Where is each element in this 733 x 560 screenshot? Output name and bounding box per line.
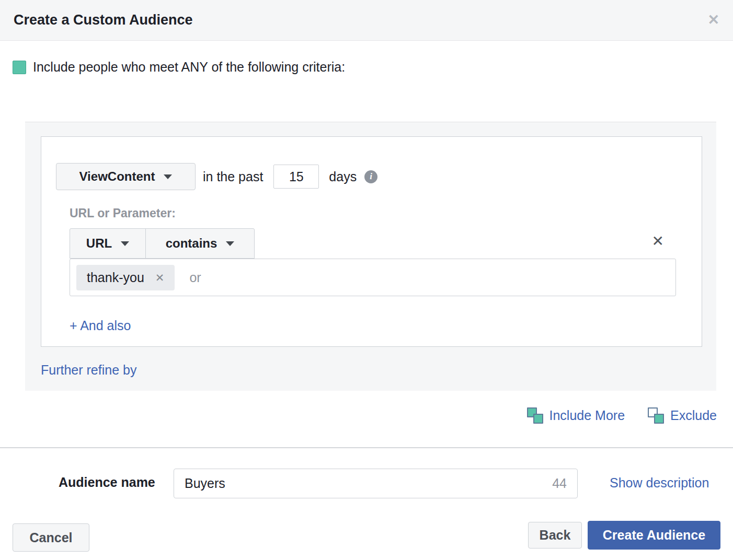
url-value-input[interactable] (189, 270, 669, 285)
footer-divider (0, 447, 733, 448)
character-count: 44 (552, 476, 567, 491)
exclude-icon (648, 407, 664, 424)
url-field-dropdown[interactable]: URL (70, 228, 146, 259)
in-the-past-label: in the past (203, 169, 263, 184)
include-criteria-label: Include people who meet ANY of the follo… (33, 60, 345, 75)
operator-dropdown[interactable]: contains (145, 228, 255, 259)
event-dropdown[interactable]: ViewContent (56, 163, 196, 190)
include-criteria-row: Include people who meet ANY of the follo… (13, 60, 345, 75)
event-dropdown-label: ViewContent (79, 169, 155, 184)
days-input[interactable] (273, 165, 319, 189)
url-field-dropdown-label: URL (86, 236, 112, 251)
close-icon[interactable]: ✕ (707, 13, 719, 27)
rule-card: ViewContent in the past days i URL or Pa… (41, 136, 702, 347)
include-more-button[interactable]: Include More (527, 407, 625, 424)
url-value-tag: thank-you ✕ (76, 265, 175, 290)
exclude-button[interactable]: Exclude (648, 407, 717, 424)
modal-header: Create a Custom Audience ✕ (0, 0, 733, 41)
url-rule-dropdowns: URL contains (70, 228, 255, 259)
show-description-link[interactable]: Show description (610, 475, 709, 491)
chevron-down-icon (121, 241, 129, 246)
days-label: days (329, 169, 357, 184)
audience-name-label: Audience name (59, 475, 155, 490)
and-also-link[interactable]: + And also (70, 318, 131, 333)
include-more-label: Include More (549, 408, 625, 423)
audience-name-field: 44 (174, 469, 578, 498)
remove-rule-icon[interactable]: ✕ (652, 234, 664, 249)
audience-actions: Include More Exclude (527, 407, 717, 424)
further-refine-link[interactable]: Further refine by (41, 363, 136, 378)
url-or-parameter-label: URL or Parameter: (70, 206, 176, 220)
chevron-down-icon (164, 174, 172, 179)
create-audience-button[interactable]: Create Audience (588, 521, 720, 550)
exclude-label: Exclude (670, 408, 717, 423)
audience-name-input[interactable] (185, 476, 552, 491)
back-button[interactable]: Back (528, 522, 582, 549)
url-value-field[interactable]: thank-you ✕ (70, 259, 676, 296)
operator-dropdown-label: contains (166, 236, 217, 251)
url-value-tag-label: thank-you (87, 270, 144, 285)
include-checkbox[interactable] (13, 61, 26, 74)
chevron-down-icon (226, 241, 234, 246)
event-row: ViewContent in the past days i (56, 163, 377, 190)
criteria-panel: ViewContent in the past days i URL or Pa… (25, 122, 716, 391)
cancel-button[interactable]: Cancel (13, 523, 89, 552)
remove-tag-icon[interactable]: ✕ (155, 272, 165, 283)
info-icon[interactable]: i (364, 170, 377, 183)
page-title: Create a Custom Audience (14, 12, 193, 28)
create-custom-audience-modal: Create a Custom Audience ✕ Include peopl… (0, 0, 733, 560)
include-more-icon (527, 407, 543, 424)
